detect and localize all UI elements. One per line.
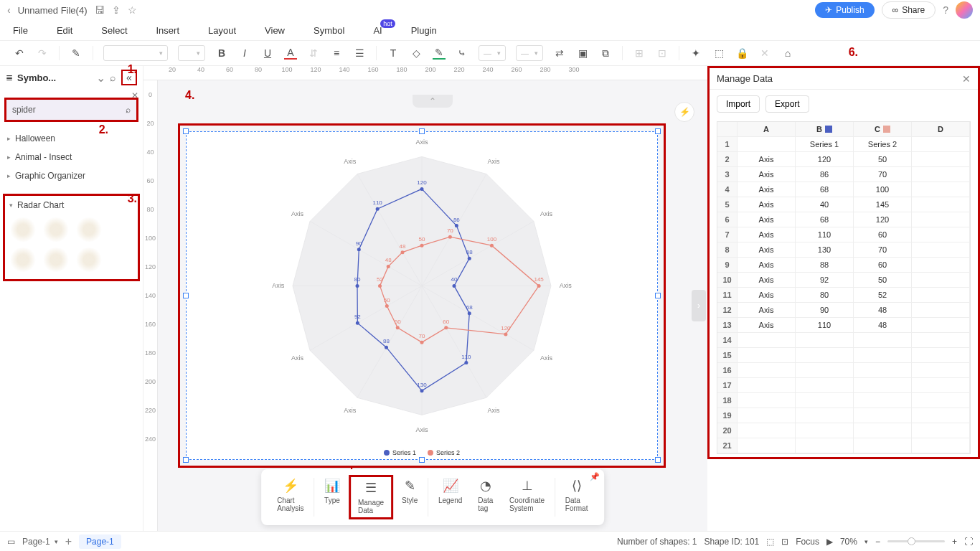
- play-icon[interactable]: ▶: [826, 537, 833, 547]
- align-icon[interactable]: ⊞: [633, 47, 646, 60]
- annotation-4: 4.: [185, 89, 194, 102]
- svg-point-52: [376, 207, 380, 211]
- align-vertical-icon[interactable]: ☰: [353, 47, 366, 60]
- data-tag-button[interactable]: ◔Data tag: [471, 475, 501, 519]
- redo-icon[interactable]: ↷: [36, 47, 49, 60]
- category-graphic-organizer[interactable]: ▸Graphic Organizer: [7, 166, 136, 185]
- focus-label[interactable]: Focus: [796, 537, 819, 547]
- category-radar-chart[interactable]: ▾Radar Chart: [9, 199, 133, 212]
- expand-right-button[interactable]: ›: [692, 290, 706, 321]
- data-format-button[interactable]: ⟨⟩Data Format: [558, 475, 595, 519]
- close-search-icon[interactable]: ✕: [131, 90, 138, 100]
- menu-ai[interactable]: AIhot: [373, 25, 382, 36]
- zoom-slider[interactable]: [887, 540, 945, 542]
- text-tool-icon[interactable]: T: [387, 47, 400, 60]
- search-input[interactable]: [12, 105, 126, 115]
- chart-legend: Series 1 Series 2: [384, 449, 460, 456]
- menu-insert[interactable]: Insert: [156, 25, 180, 36]
- library-dropdown-icon[interactable]: ⌄: [96, 71, 105, 85]
- align-left-icon[interactable]: ≡: [330, 47, 343, 60]
- svg-text:88: 88: [383, 338, 390, 344]
- legend-button[interactable]: 📈Legend: [431, 475, 469, 519]
- chart-analysis-icon: ⚡: [283, 478, 298, 494]
- search-icon[interactable]: ⌕: [126, 105, 131, 115]
- canvas[interactable]: ⌃ ⚡ › 4. AxisAxisAxisAxisAxisAxisAxisAxi…: [158, 80, 707, 531]
- zoom-out-icon[interactable]: −: [875, 537, 880, 547]
- layers-status-icon[interactable]: ⬚: [766, 537, 774, 547]
- export-button[interactable]: Export: [765, 95, 809, 113]
- chart-analysis-button[interactable]: ⚡Chart Analysis: [270, 475, 311, 519]
- font-size-select[interactable]: ▾: [178, 45, 205, 61]
- close-panel-icon[interactable]: ✕: [962, 73, 971, 85]
- zoom-level[interactable]: 70%: [840, 537, 857, 547]
- menu-select[interactable]: Select: [101, 25, 127, 36]
- italic-icon[interactable]: I: [238, 47, 251, 60]
- manage-data-button[interactable]: ☰Manage Data: [349, 475, 393, 519]
- shape-id: Shape ID: 101: [705, 537, 760, 547]
- shadow-icon[interactable]: ▣: [576, 47, 589, 60]
- menu-symbol[interactable]: Symbol: [314, 25, 344, 36]
- help-icon[interactable]: ?: [943, 4, 948, 16]
- svg-text:Axis: Axis: [415, 138, 428, 146]
- coord-system-button[interactable]: ⊥Coordinate System: [502, 475, 552, 519]
- radar-chart-shape-5[interactable]: [42, 248, 70, 272]
- fill-icon[interactable]: ◇: [410, 47, 423, 60]
- zoom-in-icon[interactable]: +: [952, 537, 957, 547]
- data-format-icon: ⟨⟩: [572, 478, 582, 494]
- underline-icon[interactable]: U: [261, 47, 274, 60]
- star-icon[interactable]: ☆: [128, 4, 137, 16]
- legend-icon: 📈: [443, 478, 458, 494]
- tools-icon[interactable]: ✕: [758, 47, 771, 60]
- menu-view[interactable]: View: [265, 25, 285, 36]
- text-direction-icon[interactable]: ⇵: [307, 47, 320, 60]
- font-family-select[interactable]: ▾: [103, 45, 168, 61]
- back-icon[interactable]: ‹: [7, 4, 11, 16]
- effects-icon[interactable]: ✦: [689, 47, 702, 60]
- menu-edit[interactable]: Edit: [57, 25, 72, 36]
- distribute-icon[interactable]: ⊡: [656, 47, 669, 60]
- avatar[interactable]: [956, 1, 973, 19]
- collapse-top-button[interactable]: ⌃: [413, 95, 453, 108]
- category-animal-insect[interactable]: ▸Animal - Insect: [7, 148, 136, 166]
- preview-icon[interactable]: ⌂: [781, 47, 794, 60]
- layer-icon[interactable]: ⧉: [599, 47, 612, 60]
- page-tab[interactable]: Page-1: [79, 534, 121, 549]
- fullscreen-icon[interactable]: ⛶: [964, 537, 973, 547]
- menu-layout[interactable]: Layout: [208, 25, 236, 36]
- outline-icon[interactable]: ▭: [7, 537, 15, 547]
- arrow-style-icon[interactable]: ⇄: [553, 47, 566, 60]
- menu-plugin[interactable]: Plugin: [411, 25, 437, 36]
- page-selector[interactable]: Page-1▾: [22, 537, 58, 547]
- radar-chart-shape-4[interactable]: [9, 248, 37, 272]
- bold-icon[interactable]: B: [215, 47, 228, 60]
- radar-chart-shape-3[interactable]: [75, 217, 103, 242]
- import-button[interactable]: Import: [717, 95, 760, 113]
- format-painter-icon[interactable]: ✎: [70, 47, 83, 60]
- pin-icon[interactable]: 📌: [590, 472, 600, 481]
- line-style-select[interactable]: —▾: [479, 45, 506, 61]
- share-button[interactable]: ∞ Share: [882, 1, 936, 19]
- radar-chart-shape-1[interactable]: [9, 217, 37, 242]
- search-toggle-icon[interactable]: ⌕: [110, 72, 116, 83]
- chart-style-button[interactable]: ✎Style: [395, 475, 425, 519]
- lock-icon[interactable]: 🔒: [735, 47, 748, 60]
- line-weight-select[interactable]: —▾: [516, 45, 543, 61]
- add-page-button[interactable]: +: [65, 535, 72, 548]
- focus-icon[interactable]: ⊡: [781, 537, 788, 547]
- category-halloween[interactable]: ▸Halloween: [7, 129, 136, 148]
- save-icon[interactable]: 🖫: [95, 4, 105, 16]
- radar-chart-shape-2[interactable]: [42, 217, 70, 242]
- menu-file[interactable]: File: [13, 25, 28, 36]
- connector-icon[interactable]: ⤷: [456, 47, 468, 60]
- crop-icon[interactable]: ⬚: [712, 47, 725, 60]
- publish-button[interactable]: ✈ Publish: [815, 2, 874, 18]
- radar-chart-selection[interactable]: AxisAxisAxisAxisAxisAxisAxisAxisAxisAxis…: [178, 123, 666, 468]
- export-icon[interactable]: ⇪: [112, 4, 121, 16]
- data-table[interactable]: ABCD1Series 1Series 22Axis120503Axis8670…: [717, 121, 971, 454]
- watermark-icon: ⚡: [674, 102, 694, 122]
- line-color-icon[interactable]: ✎: [433, 47, 446, 60]
- undo-icon[interactable]: ↶: [13, 47, 26, 60]
- radar-chart-shape-6[interactable]: [75, 248, 103, 272]
- font-color-icon[interactable]: A: [284, 47, 297, 60]
- chart-type-button[interactable]: 📊Type: [317, 475, 347, 519]
